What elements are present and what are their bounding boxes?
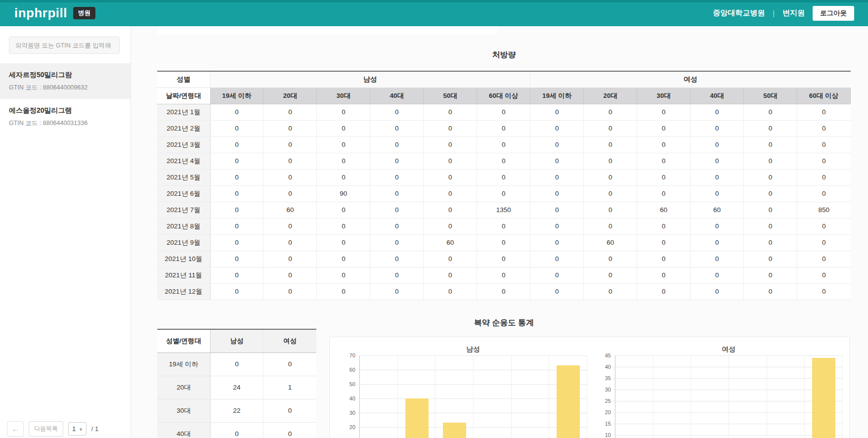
gridline: [613, 424, 842, 424]
prescription-value-cell: 850: [797, 202, 850, 218]
vertical-gridline: [549, 355, 549, 438]
row-label-age: 40대: [157, 422, 210, 438]
prescription-value-cell: 0: [530, 104, 584, 120]
chart-title: 여성: [615, 343, 842, 355]
next-list-button[interactable]: 다음목록: [29, 421, 63, 437]
prescription-value-cell: 0: [477, 136, 530, 153]
chart-bar-남성-60대 이상: [557, 365, 580, 438]
male-adherence-chart: 남성 706050403020100-10-20-30-40: [342, 343, 587, 438]
prescription-row: 2021년 4월000000000000: [157, 153, 851, 169]
y-axis-tick-label: 30: [349, 410, 355, 416]
vertical-gridline: [729, 355, 729, 438]
row-label-month: 2021년 3월: [157, 136, 210, 153]
prescription-value-cell: 0: [263, 234, 317, 251]
y-axis-tick-label: 60: [349, 367, 355, 373]
prescription-value-cell: 0: [637, 267, 691, 283]
gridline: [613, 378, 842, 379]
hospital-name: 중앙대학교병원: [713, 8, 765, 18]
gridline: [357, 355, 587, 356]
hospital-badge: 병원: [73, 7, 95, 19]
prescription-value-cell: 0: [317, 283, 370, 300]
prescription-value-cell: 0: [317, 251, 370, 267]
prescription-title: 처방량: [157, 50, 851, 60]
prescription-value-cell: 0: [584, 251, 637, 267]
y-axis-tick-label: 40: [605, 364, 611, 370]
prescription-value-cell: 0: [477, 120, 530, 136]
gridline: [613, 412, 842, 413]
user-name[interactable]: 변지원: [782, 8, 805, 18]
row-label-month: 2021년 5월: [157, 169, 210, 185]
drug-name: 에스올정20밀리그램: [9, 106, 122, 115]
prescription-value-cell: 0: [370, 169, 424, 185]
prescription-value-cell: 0: [584, 283, 637, 300]
prescription-value-cell: 0: [477, 153, 530, 169]
gridline: [613, 367, 842, 367]
chevron-down-icon: ∨: [79, 427, 83, 432]
row-label-month: 2021년 7월: [157, 202, 210, 218]
prescription-value-cell: 0: [530, 283, 584, 300]
prescription-value-cell: 0: [691, 234, 744, 251]
prescription-value-cell: 0: [797, 218, 850, 234]
drug-list-pagination: ← 다음목록 1 ∨ / 1: [7, 421, 98, 437]
prescription-value-cell: 0: [637, 104, 691, 120]
prescription-value-cell: 0: [263, 120, 317, 136]
adherence-value-cell: 1: [263, 376, 316, 399]
prescription-value-cell: 0: [370, 153, 424, 169]
prescription-value-cell: 0: [210, 104, 263, 120]
prescription-value-cell: 0: [210, 202, 263, 218]
row-label-age: 20대: [157, 376, 210, 399]
prescription-value-cell: 0: [263, 104, 317, 120]
adherence-row: 19세 이하00: [157, 352, 316, 376]
chart-bar-남성-20대: [405, 398, 429, 438]
y-axis-tick-label: 20: [605, 409, 611, 415]
age-header-male: 50대: [424, 88, 477, 104]
prescription-value-cell: 0: [744, 136, 797, 153]
drug-list: 세자르정50밀리그람 GTIN 코드 : 8806440009632 에스올정2…: [0, 63, 130, 134]
prescription-value-cell: 0: [317, 120, 370, 136]
adherence-header-row: 성별/연령대 남성 여성: [157, 329, 316, 352]
prescription-value-cell: 90: [317, 185, 370, 202]
logout-button[interactable]: 로그아웃: [813, 6, 854, 21]
prescription-value-cell: 60: [637, 202, 691, 218]
age-header-female: 19세 이하: [530, 88, 584, 104]
row-label-month: 2021년 2월: [157, 120, 210, 136]
drug-list-item[interactable]: 세자르정50밀리그람 GTIN 코드 : 8806440009632: [0, 63, 130, 99]
page-select[interactable]: 1 ∨: [68, 422, 87, 436]
prescription-value-cell: 0: [317, 136, 370, 153]
page-total: / 1: [91, 425, 98, 433]
prescription-value-cell: 60: [691, 202, 744, 218]
app-logo[interactable]: inphrpill: [14, 5, 67, 21]
adherence-value-cell: 24: [210, 376, 263, 399]
age-header-female: 20대: [584, 88, 637, 104]
prescription-value-cell: 0: [370, 185, 424, 202]
prescription-table: 성별 남성 여성 날짜/연령대 19세 이하20대30대40대50대60대 이상…: [157, 71, 851, 300]
prescription-value-cell: 0: [317, 267, 370, 283]
prescription-value-cell: 0: [477, 218, 530, 234]
drug-search-input[interactable]: [9, 37, 120, 54]
female-group-header: 여성: [530, 71, 851, 88]
prescription-value-cell: 0: [691, 218, 744, 234]
prescription-value-cell: 0: [584, 218, 637, 234]
prescription-value-cell: 0: [530, 153, 584, 169]
prescription-value-cell: 0: [210, 136, 263, 153]
y-axis-tick-label: 30: [605, 387, 611, 393]
row-label-month: 2021년 11월: [157, 267, 210, 283]
prescription-value-cell: 0: [424, 104, 477, 120]
chart-plot-area: 454035302520151050-5-10-15-20-25: [615, 355, 842, 438]
gridline: [613, 390, 842, 390]
left-arrow-icon: ←: [12, 425, 19, 433]
prescription-value-cell: 0: [691, 153, 744, 169]
drug-list-item[interactable]: 에스올정20밀리그램 GTIN 코드 : 8806440031336: [0, 99, 130, 134]
prescription-value-cell: 0: [317, 218, 370, 234]
prev-page-button[interactable]: ←: [7, 421, 24, 437]
prescription-value-cell: 1350: [477, 202, 530, 218]
prescription-value-cell: 0: [637, 218, 691, 234]
vertical-gridline: [767, 355, 767, 438]
prescription-value-cell: 0: [584, 136, 637, 153]
prescription-row: 2021년 2월000000000000: [157, 120, 851, 136]
prescription-value-cell: 0: [210, 153, 263, 169]
prescription-value-cell: 0: [263, 267, 317, 283]
prescription-value-cell: 0: [317, 169, 370, 185]
drug-gtin-code: GTIN 코드 : 8806440009632: [9, 84, 122, 92]
prescription-value-cell: 0: [210, 120, 263, 136]
